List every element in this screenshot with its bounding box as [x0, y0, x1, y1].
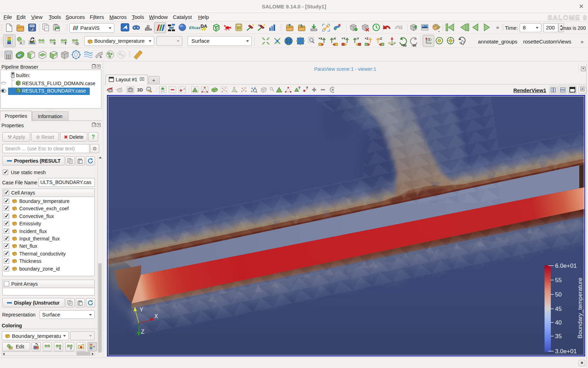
- svg-text:t: t: [70, 347, 72, 350]
- svg-text:Pa: Pa: [258, 24, 262, 27]
- svg-text:?: ?: [306, 86, 308, 90]
- svg-text:55: 55: [555, 277, 562, 284]
- svg-text:6.0e+01: 6.0e+01: [555, 263, 577, 269]
- svg-text:Boundary_temperature: Boundary_temperature: [577, 278, 583, 339]
- svg-text:3D: 3D: [137, 87, 143, 93]
- svg-text:»: »: [496, 24, 499, 30]
- svg-text:X: X: [154, 313, 158, 319]
- svg-text:+Z: +Z: [365, 37, 369, 40]
- svg-text:+X: +X: [318, 37, 322, 40]
- svg-text:3.0e+01: 3.0e+01: [555, 348, 577, 355]
- svg-text:50: 50: [555, 291, 562, 298]
- svg-text:Eficas: Eficas: [189, 26, 201, 30]
- svg-text:45: 45: [555, 306, 562, 312]
- svg-text:c: c: [54, 41, 56, 45]
- svg-text:35: 35: [555, 333, 562, 340]
- svg-text:+90: +90: [401, 44, 406, 47]
- svg-text:-90: -90: [412, 44, 416, 47]
- svg-text:+Y: +Y: [342, 37, 345, 40]
- svg-text:c: c: [59, 347, 61, 350]
- svg-text:?: ?: [298, 86, 300, 90]
- svg-text:Z: Z: [141, 329, 144, 335]
- svg-text:Y: Y: [140, 307, 143, 313]
- svg-text:40: 40: [555, 319, 562, 326]
